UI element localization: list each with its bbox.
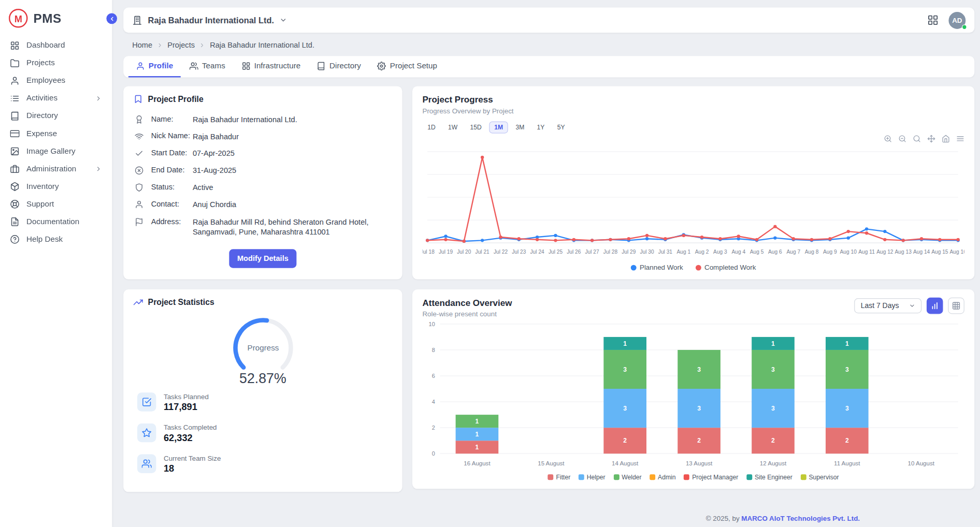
legend-item-site-engineer[interactable]: Site Engineer bbox=[746, 474, 792, 480]
tab-infrastructure[interactable]: Infrastructure bbox=[234, 56, 308, 77]
button-row: Modify Details bbox=[134, 249, 392, 268]
company-selector[interactable]: Raja Bahadur International Ltd. bbox=[132, 15, 287, 25]
footer-company-link[interactable]: MARCO AIoT Technologies Pvt. Ltd. bbox=[741, 515, 860, 522]
svg-text:Jul 27: Jul 27 bbox=[585, 249, 600, 255]
app-logo: M PMS bbox=[0, 8, 112, 37]
sidebar-item-label: Activities bbox=[26, 94, 57, 103]
sidebar-item-dashboard[interactable]: Dashboard bbox=[0, 36, 112, 54]
briefcase-icon bbox=[10, 164, 19, 173]
sidebar-item-support[interactable]: Support bbox=[0, 195, 112, 213]
legend-item-helper[interactable]: Helper bbox=[579, 474, 606, 480]
svg-text:10 August: 10 August bbox=[908, 460, 935, 466]
chart-toolbar bbox=[422, 135, 964, 143]
range-5y-button[interactable]: 5Y bbox=[552, 122, 570, 134]
field-label: Start Date: bbox=[151, 149, 193, 157]
profile-fields: Name:Raja Bahadur International Ltd.Nick… bbox=[134, 111, 392, 241]
sidebar-item-documentation[interactable]: Documentation bbox=[0, 213, 112, 230]
sidebar-item-directory[interactable]: Directory bbox=[0, 107, 112, 125]
user-avatar[interactable]: AD bbox=[948, 11, 965, 28]
svg-text:2: 2 bbox=[697, 437, 701, 444]
range-1w-button[interactable]: 1W bbox=[443, 122, 463, 134]
range-3m-button[interactable]: 3M bbox=[511, 122, 529, 134]
apps-grid-icon[interactable] bbox=[927, 14, 939, 26]
breadcrumb-item-projects[interactable]: Projects bbox=[167, 41, 195, 50]
home-icon[interactable] bbox=[942, 135, 950, 143]
tab-teams[interactable]: Teams bbox=[182, 56, 233, 77]
svg-text:Aug 10: Aug 10 bbox=[840, 249, 857, 255]
help-circle-icon bbox=[10, 235, 19, 244]
sidebar-item-administration[interactable]: Administration bbox=[0, 160, 112, 178]
content: Project Profile Name:Raja Bahadur Intern… bbox=[123, 86, 974, 527]
tab-bar: ProfileTeamsInfrastructureDirectoryProje… bbox=[123, 56, 974, 77]
table-view-button[interactable] bbox=[948, 298, 964, 314]
legend-item-planned-work[interactable]: Planned Work bbox=[631, 264, 683, 271]
legend-item-fitter[interactable]: Fitter bbox=[548, 474, 570, 480]
field-value: Active bbox=[193, 183, 213, 193]
stat-label: Current Team Size bbox=[164, 454, 221, 462]
chevron-left-icon bbox=[109, 16, 115, 22]
project-progress-chart[interactable]: Jul 18Jul 19Jul 20Jul 21Jul 22Jul 23Jul … bbox=[422, 143, 964, 258]
svg-text:11 August: 11 August bbox=[834, 460, 860, 466]
list-icon bbox=[10, 93, 19, 103]
stat-label: Tasks Completed bbox=[164, 423, 217, 431]
modify-details-button[interactable]: Modify Details bbox=[229, 249, 296, 268]
chart-view-button[interactable] bbox=[927, 298, 943, 314]
profile-field-status-: Status:Active bbox=[134, 179, 392, 196]
svg-text:Jul 21: Jul 21 bbox=[475, 249, 490, 255]
svg-text:2: 2 bbox=[623, 437, 627, 444]
tab-profile[interactable]: Profile bbox=[128, 56, 181, 77]
legend-item-completed-work[interactable]: Completed Work bbox=[696, 264, 756, 271]
legend-item-project-manager[interactable]: Project Manager bbox=[684, 474, 738, 480]
svg-text:3: 3 bbox=[771, 405, 775, 412]
range-1m-button[interactable]: 1M bbox=[489, 122, 508, 134]
sidebar-item-activities[interactable]: Activities bbox=[0, 90, 112, 107]
zoom-out-icon[interactable] bbox=[898, 135, 906, 143]
line-chart-container: Jul 18Jul 19Jul 20Jul 21Jul 22Jul 23Jul … bbox=[422, 143, 964, 260]
menu-icon[interactable] bbox=[956, 135, 964, 143]
legend-item-welder[interactable]: Welder bbox=[613, 474, 641, 480]
zoom-in-icon[interactable] bbox=[884, 135, 892, 143]
tab-project-setup[interactable]: Project Setup bbox=[370, 56, 445, 77]
chevron-right-icon bbox=[157, 42, 163, 48]
project-statistics-card: Project Statistics Progress 52.87% Tasks… bbox=[123, 289, 402, 491]
svg-text:Aug 2: Aug 2 bbox=[695, 249, 709, 255]
sidebar-item-image-gallery[interactable]: Image Gallery bbox=[0, 142, 112, 160]
settings-icon bbox=[377, 62, 386, 70]
svg-text:Jul 18: Jul 18 bbox=[422, 249, 435, 255]
range-15d-button[interactable]: 15D bbox=[465, 122, 487, 134]
project-statistics-title: Project Statistics bbox=[134, 297, 392, 306]
bar-chart-container: 024681011116 August15 August233114 Augus… bbox=[422, 318, 964, 473]
sidebar-item-label: Inventory bbox=[26, 182, 59, 191]
sidebar-item-expense[interactable]: Expense bbox=[0, 125, 112, 142]
field-value: Raja Bahadur bbox=[193, 131, 239, 142]
svg-text:Jul 26: Jul 26 bbox=[567, 249, 581, 255]
legend-item-supervisor[interactable]: Supervisor bbox=[801, 474, 839, 480]
svg-text:3: 3 bbox=[697, 366, 701, 373]
sidebar-item-help-desk[interactable]: Help Desk bbox=[0, 230, 112, 248]
sidebar-item-projects[interactable]: Projects bbox=[0, 54, 112, 72]
tab-directory[interactable]: Directory bbox=[309, 56, 368, 77]
attendance-titles: Attendance Overview Role-wise present co… bbox=[422, 298, 512, 318]
sidebar-item-label: Help Desk bbox=[26, 235, 63, 243]
sidebar-item-inventory[interactable]: Inventory bbox=[0, 178, 112, 195]
move-icon[interactable] bbox=[927, 135, 935, 143]
online-status-dot bbox=[962, 24, 967, 30]
svg-text:12 August: 12 August bbox=[760, 460, 787, 466]
search-icon[interactable] bbox=[913, 135, 921, 143]
main-area: Raja Bahadur International Ltd. AD HomeP… bbox=[112, 0, 980, 527]
svg-text:14 August: 14 August bbox=[612, 460, 639, 466]
avatar-initials: AD bbox=[952, 17, 962, 24]
stat-label: Tasks Planned bbox=[164, 392, 209, 400]
range-1d-button[interactable]: 1D bbox=[422, 122, 440, 134]
date-range-select[interactable]: Last 7 Days bbox=[854, 298, 921, 313]
svg-text:1: 1 bbox=[475, 444, 479, 451]
users-icon bbox=[190, 62, 198, 70]
attendance-chart[interactable]: 024681011116 August15 August233114 Augus… bbox=[422, 318, 964, 470]
app-root: M PMS DashboardProjectsEmployeesActiviti… bbox=[0, 0, 980, 527]
sidebar-collapse-button[interactable] bbox=[106, 13, 117, 24]
legend-item-admin[interactable]: Admin bbox=[650, 474, 675, 480]
range-1y-button[interactable]: 1Y bbox=[532, 122, 550, 134]
breadcrumb-item-home[interactable]: Home bbox=[132, 41, 152, 50]
sidebar-item-employees[interactable]: Employees bbox=[0, 72, 112, 90]
svg-text:2: 2 bbox=[771, 437, 775, 444]
